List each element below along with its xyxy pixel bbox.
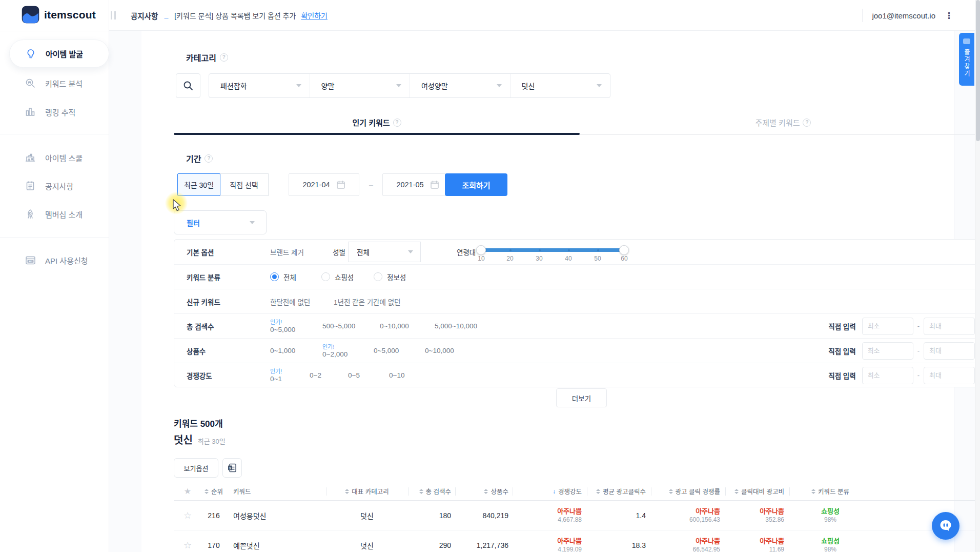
header-avg-ad-clicks[interactable]: 평균 광고클릭수 bbox=[587, 482, 651, 500]
header-category[interactable]: 대표 카테고리 bbox=[326, 482, 408, 500]
ad-click-competition-cell: 아주나쁨 600,156.43 bbox=[651, 501, 725, 530]
table-row: ☆ 170 예쁜덧신 덧신 290 1,217,736 아주나쁨 4,199.0… bbox=[174, 530, 980, 552]
rank-cell: 170 bbox=[201, 530, 226, 552]
scrollbar-thumb[interactable] bbox=[976, 0, 980, 141]
view-options-button[interactable]: 보기옵션 bbox=[174, 458, 218, 478]
search-icon bbox=[183, 81, 193, 91]
product-count-option[interactable]: 0~5,000 bbox=[374, 339, 399, 363]
product-count-option[interactable]: 인기! 0~2,000 bbox=[322, 339, 348, 363]
header-competition[interactable]: ↓ 경쟁강도 bbox=[513, 482, 587, 500]
date-to-input[interactable]: 2021-05 bbox=[382, 173, 453, 196]
new-keyword-option[interactable]: 한달전에 없던 bbox=[270, 289, 310, 313]
max-input[interactable] bbox=[924, 318, 975, 335]
row-filler bbox=[871, 501, 980, 530]
gender-select[interactable]: 전체 bbox=[348, 242, 421, 262]
header-keyword[interactable]: 키워드 bbox=[226, 482, 326, 500]
help-icon[interactable]: ? bbox=[803, 119, 811, 127]
header-star[interactable]: ★ bbox=[174, 482, 201, 500]
sidebar-item-notice[interactable]: 공지사항 bbox=[0, 172, 109, 199]
more-button[interactable]: 더보기 bbox=[556, 388, 607, 407]
header-search-volume[interactable]: 총 검색수 bbox=[408, 482, 455, 500]
competition-option[interactable]: 0~5 bbox=[348, 363, 360, 387]
competition-option[interactable]: 인기! 0~1 bbox=[270, 363, 282, 387]
row-filler bbox=[871, 530, 980, 552]
chat-support-button[interactable] bbox=[932, 512, 959, 540]
help-icon[interactable]: ? bbox=[205, 154, 213, 163]
sidebar-collapse-handle-icon[interactable] bbox=[111, 11, 116, 19]
ad-click-competition-cell: 아주나쁨 66,542.95 bbox=[651, 530, 725, 552]
favorite-cell[interactable]: ☆ bbox=[174, 530, 201, 552]
header-products[interactable]: 상품수 bbox=[455, 482, 513, 500]
search-submit-button[interactable]: 조회하기 bbox=[445, 173, 507, 196]
sort-icon bbox=[811, 489, 815, 494]
keyword-class-info-radio[interactable]: 정보성 bbox=[374, 265, 406, 289]
header-label: 총 검색수 bbox=[426, 486, 451, 496]
date-from-value: 2021-04 bbox=[302, 181, 330, 189]
competition-option[interactable]: 0~10 bbox=[389, 363, 404, 387]
category-select-4[interactable]: 덧신 bbox=[510, 74, 610, 97]
help-icon[interactable]: ? bbox=[393, 119, 401, 127]
tab-topic-keywords[interactable]: 주제별 키워드 ? bbox=[580, 110, 980, 134]
tab-popular-keywords[interactable]: 인기 키워드 ? bbox=[174, 110, 580, 134]
category-select-group: 패션잡화 양말 여성양말 덧신 bbox=[209, 73, 610, 98]
help-icon[interactable]: ? bbox=[220, 53, 228, 62]
product-count-option[interactable]: 0~10,000 bbox=[425, 339, 454, 363]
product-count-option[interactable]: 0~1,000 bbox=[270, 339, 295, 363]
period-last-30-days-button[interactable]: 최근 30일 bbox=[177, 173, 220, 196]
min-input[interactable] bbox=[862, 318, 913, 335]
search-volume-option[interactable]: 5,000~10,000 bbox=[435, 314, 477, 338]
excel-export-button[interactable]: x bbox=[222, 458, 242, 478]
range-dash: - bbox=[917, 347, 920, 354]
slider-track[interactable] bbox=[481, 248, 624, 252]
notice-confirm-link[interactable]: 확인하기 bbox=[301, 10, 328, 21]
sidebar-item-item-school[interactable]: 아이템 스쿨 bbox=[0, 144, 109, 171]
favorite-cell[interactable]: ☆ bbox=[174, 501, 201, 530]
direct-input-label: 직접 입력 bbox=[828, 346, 855, 356]
sidebar-item-item-discovery[interactable]: 아이템 발굴 bbox=[9, 40, 109, 68]
header-rank[interactable]: 순위 bbox=[201, 482, 226, 500]
filter-dropdown[interactable]: 필터 bbox=[174, 210, 267, 234]
category-search-button[interactable] bbox=[176, 73, 200, 98]
period-custom-button[interactable]: 직접 선택 bbox=[220, 173, 269, 196]
excel-icon: x bbox=[227, 463, 237, 473]
competition-option[interactable]: 0~2 bbox=[310, 363, 321, 387]
category-section-title: 카테고리 ? bbox=[186, 51, 228, 64]
keyword-cell[interactable]: 예쁜덧신 bbox=[226, 530, 326, 552]
sidebar-item-membership[interactable]: 멤버십 소개 bbox=[0, 201, 109, 227]
date-from-input[interactable]: 2021-04 bbox=[289, 173, 359, 196]
category-select-2[interactable]: 양말 bbox=[310, 74, 410, 97]
slider-handle-max[interactable] bbox=[619, 245, 629, 255]
max-input[interactable] bbox=[924, 342, 975, 360]
keyword-class-shopping-radio[interactable]: 쇼핑성 bbox=[321, 265, 354, 289]
logo[interactable]: itemscout bbox=[22, 6, 96, 24]
header-keyword-class[interactable]: 키워드 분류 bbox=[789, 482, 871, 500]
account-email[interactable]: joo1@itemscout.io bbox=[872, 11, 935, 20]
sidebar-item-keyword-analysis[interactable]: 키워드 분석 bbox=[0, 70, 109, 96]
min-input[interactable] bbox=[862, 342, 913, 360]
category-select-3[interactable]: 여성양말 bbox=[410, 74, 510, 97]
slider-handle-min[interactable] bbox=[476, 245, 486, 255]
search-volume-option[interactable]: 0~10,000 bbox=[380, 314, 409, 338]
sidebar-item-rank-tracking[interactable]: 랭킹 추적 bbox=[0, 98, 109, 125]
sidebar-item-label: API 사용신청 bbox=[45, 255, 88, 266]
keyword-class-all-radio[interactable]: 전체 bbox=[270, 265, 296, 289]
kebab-menu-icon[interactable]: ⋮ bbox=[945, 10, 953, 21]
header-ad-click-competition[interactable]: 광고 클릭 경쟁률 bbox=[651, 482, 725, 500]
search-volume-option[interactable]: 500~5,000 bbox=[322, 314, 355, 338]
min-input[interactable] bbox=[862, 367, 913, 384]
category-select-3-value: 여성양말 bbox=[421, 81, 448, 91]
header-cost-per-click[interactable]: 클릭대비 광고비 bbox=[725, 482, 789, 500]
max-input[interactable] bbox=[924, 367, 975, 384]
keyword-cell[interactable]: 여성용덧신 bbox=[226, 501, 326, 530]
category-select-1[interactable]: 패션잡화 bbox=[209, 74, 310, 97]
topbar: 공지사항 _ [키워드 분석] 상품 목록탭 보기 옵션 추가 확인하기 joo… bbox=[109, 0, 980, 31]
grade-label: 아주나쁨 bbox=[696, 507, 720, 516]
new-keyword-option[interactable]: 1년전 같은 기간에 없던 bbox=[334, 289, 401, 313]
sort-icon bbox=[484, 489, 488, 494]
favorites-side-tab[interactable]: 즐겨찾기 bbox=[959, 33, 974, 86]
page-scrollbar[interactable] bbox=[975, 0, 980, 552]
search-volume-option[interactable]: 인기! 0~5,000 bbox=[270, 314, 295, 338]
sidebar-item-api-request[interactable]: API API 사용신청 bbox=[0, 247, 109, 273]
brand-remove-option[interactable]: 브랜드 제거 bbox=[270, 240, 304, 264]
chevron-down-icon bbox=[396, 84, 401, 87]
